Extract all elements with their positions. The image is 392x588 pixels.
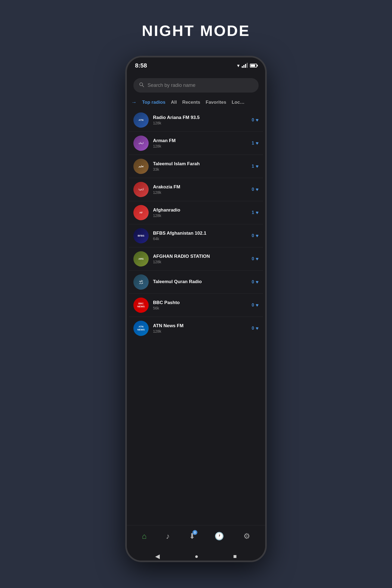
radio-favorites[interactable]: 1 ♥ xyxy=(252,140,259,146)
radio-logo: BFBS xyxy=(133,228,149,243)
heart-icon: ♥ xyxy=(256,164,259,169)
radio-name: ATN News FM xyxy=(153,323,247,329)
status-time: 8:58 xyxy=(135,62,147,69)
radio-bitrate: 128k xyxy=(153,121,247,125)
favorites-count: 0 xyxy=(252,187,254,192)
radio-favorites[interactable]: 0 ♥ xyxy=(252,256,259,262)
system-nav: ◀ ● ■ xyxy=(127,547,265,562)
radio-logo: آرکوزیا xyxy=(133,182,149,197)
home-button[interactable]: ● xyxy=(195,553,198,560)
radio-list: ATN Radio Ariana FM 93.5 128k 0 ♥ ارمان … xyxy=(127,109,265,525)
favorites-count: 0 xyxy=(252,118,254,122)
radio-item[interactable]: AF Afghanradio 128k 1 ♥ xyxy=(129,201,263,224)
radio-info: Afghanradio 128k xyxy=(153,207,247,218)
radio-info: BBC Pashto 56k xyxy=(153,300,247,310)
favorites-count: 0 xyxy=(252,256,254,261)
radio-favorites[interactable]: 0 ♥ xyxy=(252,302,259,308)
radio-item[interactable]: BBCNEWS BBC Pashto 56k 0 ♥ xyxy=(129,294,263,317)
radio-bitrate: 128k xyxy=(153,213,247,218)
radio-item[interactable]: BFBS BFBS Afghanistan 102.1 64k 0 ♥ xyxy=(129,224,263,247)
bottom-nav: ⌂ ♪ ⬇ 0 🕐 ⚙ xyxy=(127,525,265,547)
radio-info: Taleemul Quran Radio xyxy=(153,279,247,285)
favorites-count: 0 xyxy=(252,233,254,238)
search-bar[interactable]: Search by radio name xyxy=(133,78,259,93)
radio-logo: ATN xyxy=(133,112,149,128)
radio-item[interactable]: ARS AFGHAN RADIO STATION 128k 0 ♥ xyxy=(129,247,263,271)
home-icon: ⌂ xyxy=(142,532,146,541)
radio-bitrate: 33k xyxy=(153,167,247,171)
heart-icon: ♥ xyxy=(256,326,259,331)
heart-icon: ♥ xyxy=(256,140,259,146)
radio-logo: ARS xyxy=(133,251,149,267)
battery-icon xyxy=(250,64,257,68)
status-bar: 8:58 ▾ xyxy=(127,57,265,74)
settings-icon: ⚙ xyxy=(243,532,250,541)
page-title: NIGHT MODE xyxy=(142,22,250,39)
heart-icon: ♥ xyxy=(256,210,259,216)
tab-all[interactable]: All xyxy=(171,100,177,105)
radio-name: BBC Pashto xyxy=(153,300,247,305)
radio-logo: BBCNEWS xyxy=(133,298,149,313)
radio-favorites[interactable]: 0 ♥ xyxy=(252,326,259,331)
radio-favorites[interactable]: 0 ♥ xyxy=(252,279,259,285)
signal-icon xyxy=(242,63,248,68)
radio-logo: ATNNEWS xyxy=(133,321,149,336)
radio-favorites[interactable]: 0 ♥ xyxy=(252,187,259,192)
radio-info: AFGHAN RADIO STATION 128k xyxy=(153,254,247,264)
radio-favorites[interactable]: 0 ♥ xyxy=(252,117,259,123)
radio-name: Afghanradio xyxy=(153,207,247,213)
nav-music[interactable]: ♪ xyxy=(166,532,170,541)
nav-settings[interactable]: ⚙ xyxy=(243,532,250,541)
heart-icon: ♥ xyxy=(256,279,259,285)
status-icons: ▾ xyxy=(237,63,257,69)
radio-favorites[interactable]: 0 ♥ xyxy=(252,233,259,239)
radio-bitrate: 64k xyxy=(153,237,247,241)
music-icon: ♪ xyxy=(166,532,170,541)
radio-name: Taleemul Islam Farah xyxy=(153,161,247,167)
radio-item[interactable]: تعلیمقرآن Taleemul Quran Radio 0 ♥ xyxy=(129,271,263,294)
radio-name: BFBS Afghanistan 102.1 xyxy=(153,231,247,236)
radio-logo: تعلیم xyxy=(133,159,149,174)
back-button[interactable]: ◀ xyxy=(155,553,160,560)
radio-item[interactable]: ATN Radio Ariana FM 93.5 128k 0 ♥ xyxy=(129,109,263,132)
radio-logo: ارمان xyxy=(133,136,149,151)
radio-info: Arakozia FM 128k xyxy=(153,184,247,195)
tab-local[interactable]: Loc… xyxy=(232,100,244,105)
radio-item[interactable]: تعلیم Taleemul Islam Farah 33k 1 ♥ xyxy=(129,155,263,178)
radio-name: Taleemul Quran Radio xyxy=(153,279,247,284)
history-icon: 🕐 xyxy=(215,532,224,541)
search-placeholder: Search by radio name xyxy=(148,82,195,88)
radio-favorites[interactable]: 1 ♥ xyxy=(252,164,259,169)
heart-icon: ♥ xyxy=(256,256,259,262)
phone-shell: 8:58 ▾ xyxy=(125,56,267,562)
tab-recents[interactable]: Recents xyxy=(182,100,200,105)
radio-bitrate: 128k xyxy=(153,190,247,195)
tab-arrow-icon: → xyxy=(131,99,137,105)
heart-icon: ♥ xyxy=(256,302,259,308)
nav-history[interactable]: 🕐 xyxy=(215,532,224,541)
favorites-count: 0 xyxy=(252,326,254,331)
radio-name: AFGHAN RADIO STATION xyxy=(153,254,247,259)
favorites-count: 1 xyxy=(252,141,254,146)
tab-top-radios[interactable]: Top radios xyxy=(142,100,166,105)
radio-bitrate: 128k xyxy=(153,329,247,333)
radio-info: Radio Ariana FM 93.5 128k xyxy=(153,115,247,125)
radio-favorites[interactable]: 1 ♥ xyxy=(252,210,259,216)
radio-logo: AF xyxy=(133,205,149,220)
radio-item[interactable]: آرکوزیا Arakozia FM 128k 0 ♥ xyxy=(129,178,263,201)
radio-bitrate: 128k xyxy=(153,144,247,148)
nav-download[interactable]: ⬇ 0 xyxy=(189,532,195,541)
favorites-count: 1 xyxy=(252,164,254,169)
heart-icon: ♥ xyxy=(256,117,259,123)
radio-item[interactable]: ATNNEWS ATN News FM 128k 0 ♥ xyxy=(129,317,263,340)
download-badge: 0 xyxy=(192,530,197,535)
radio-name: Radio Ariana FM 93.5 xyxy=(153,115,247,120)
radio-item[interactable]: ارمان Arman FM 128k 1 ♥ xyxy=(129,132,263,155)
heart-icon: ♥ xyxy=(256,233,259,239)
nav-home[interactable]: ⌂ xyxy=(142,532,146,541)
recent-button[interactable]: ■ xyxy=(233,553,237,560)
tab-bar: → Top radios All Recents Favorites Loc… xyxy=(127,97,265,109)
radio-info: Taleemul Islam Farah 33k xyxy=(153,161,247,171)
search-icon xyxy=(139,82,144,89)
tab-favorites[interactable]: Favorites xyxy=(206,100,226,105)
